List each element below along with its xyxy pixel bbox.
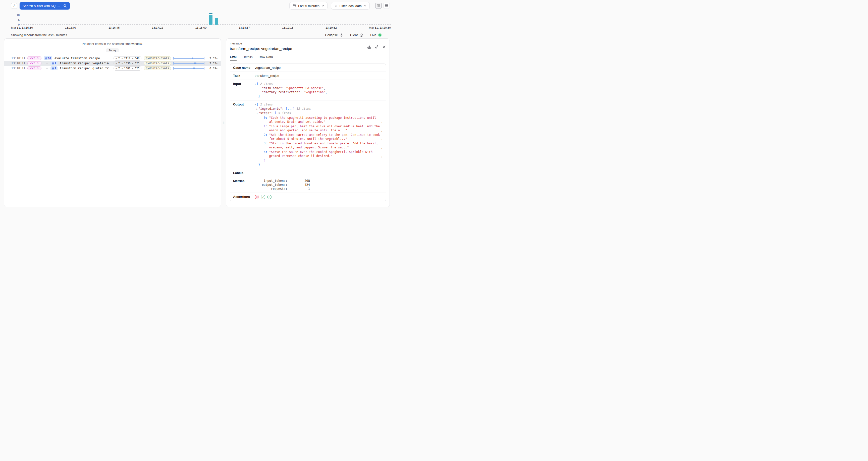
x-tick: Mar 31. 13:20:30 [369,26,391,29]
list-actions: Collapse Clear Live ✓ [325,33,382,37]
input-json-viewer[interactable]: ▾{ 2 items "dish_name": "Spaghetti Bolog… [255,82,383,98]
field-output: Output ▾{ 2 items ▸"ingredients": [...] … [230,100,386,169]
span-count: 7 [55,67,56,70]
span-count-chip[interactable]: ⊟ 16 [44,56,52,60]
tree-connector [44,66,48,71]
metric-key: input_tokens: [255,179,287,183]
chevron-down-icon [321,4,324,7]
pydantic-evals-badge[interactable]: pydantic-evals [144,66,171,70]
output-tokens-count: 323 [135,62,140,65]
span-count-chip[interactable]: ⊞ 7 [51,61,58,65]
duration-bar [173,62,205,65]
records-histogram[interactable]: 10 5 0 [3,13,391,25]
field-metrics: Metrics input_tokens: 208 output_tokens:… [230,177,386,193]
app-root: / Search & filter with SQL... Last 5 min… [0,0,394,209]
pydantic-evals-badge[interactable]: pydantic-evals [144,61,171,65]
field-label: Metrics [233,179,255,191]
evals-tag[interactable]: evals [27,61,41,65]
metric-key: output_tokens: [255,183,287,187]
assertion-pass-icon[interactable]: ✓ [261,195,265,199]
assertion-pass-icon[interactable]: ✓ [267,195,272,199]
field-labels: Labels [230,169,386,177]
histogram-bar[interactable] [209,15,213,25]
eval-fields-table: Case name vegetarian_recipe Task transfo… [230,64,386,202]
histogram-bar-cap [209,13,213,14]
evals-tag[interactable]: evals [27,66,41,70]
time-range-label: Last 5 minutes [298,4,319,8]
status-row: Showing records from the last 5 minutes … [11,33,382,37]
output-json-viewer[interactable]: ▾{ 2 items ▸"ingredients": [...] 12 item… [255,102,383,167]
histogram-bar[interactable] [215,18,218,25]
span-name: transform_recipe: vegetarian_recipe [60,62,112,65]
duration-bar [173,67,205,70]
pydantic-evals-badge[interactable]: pydantic-evals [144,56,171,60]
tree-connector [44,61,48,66]
duration-text: 7.53s [207,57,218,60]
tab-details[interactable]: Details [243,55,253,61]
span-name: transform_recipe: gluten_free_recipe [60,66,112,70]
empty-window-notice: No older items in the selected time wind… [4,42,221,46]
records-status-text: Showing records from the last 5 minutes [11,33,67,37]
trace-row-gluten-free[interactable]: 13:18:11 evals ⊞ 7 transform_recipe: glu… [4,66,221,71]
clear-button[interactable]: Clear [350,33,363,37]
tab-raw-data[interactable]: Raw Data [259,55,273,61]
filter-local-data-dropdown[interactable]: Filter local data [331,2,370,9]
field-label: Assertions [233,195,255,199]
input-tokens-count: 1082 [124,67,130,70]
collapse-button[interactable]: Collapse [325,33,343,37]
calendar-icon [292,4,296,7]
x-tick: 13:16:45 [108,26,120,29]
detail-panel: message transform_recipe: vegetarian_rec… [226,38,390,207]
evals-tag[interactable]: evals [27,56,41,60]
archive-icon[interactable] [367,43,371,51]
record-kind: message [230,42,367,45]
field-case-name: Case name vegetarian_recipe [230,64,386,72]
top-bar-right: Last 5 minutes Filter local data [289,2,390,9]
live-status-icon: ✓ [378,33,382,37]
view-toggle-list-button[interactable] [383,3,390,9]
zero-baseline [21,24,391,25]
output-tokens-arrow-icon: ↘ [132,57,134,60]
assertion-fail-icon[interactable]: ✕ [255,195,259,199]
tab-eval[interactable]: Eval [230,55,237,61]
slash-shortcut-button[interactable]: / [11,3,17,9]
main-content: No older items in the selected time wind… [0,37,394,209]
y-tick: 5 [10,18,20,21]
trace-row-vegetarian[interactable]: 13:18:11 evals ⊞ 7 transform_recipe: veg… [4,61,221,66]
output-tokens-count: 325 [135,67,140,70]
output-tokens-arrow-icon: ↘ [132,67,134,70]
metric-value: 208 [287,179,310,183]
view-toggle-tree-button[interactable] [375,3,382,9]
x-tick: Mar 31. 13:15:30 [11,26,33,29]
x-axis: Mar 31. 13:15:30 13:16:07 13:16:45 13:17… [11,26,391,29]
x-tick: 13:19:15 [282,26,293,29]
trace-row-evaluate[interactable]: 13:18:11 evals ⊟ 16 evaluate transform_r… [4,56,221,61]
x-tick: 13:18:00 [195,26,207,29]
field-label: Input [233,82,255,98]
token-stats-chip: ⌀ Σ ↗ 1082 ↘ 325 [114,66,142,70]
sum-icon: Σ [118,62,120,65]
span-count: 16 [48,57,51,60]
token-stats-chip: ⌀ Σ ↗ 1030 ↘ 323 [114,61,142,65]
input-tokens-arrow-icon: ↗ [121,57,123,60]
splitter-grip-icon[interactable]: ⠿ [222,121,224,125]
link-icon[interactable] [375,43,379,51]
close-icon[interactable] [382,43,386,51]
panel-splitter[interactable]: ⠿ [221,38,226,207]
sum-icon: Σ [118,57,120,60]
token-stats-chip: ⌀ Σ ↗ 2112 ↘ 648 [114,56,142,61]
collapse-icon [340,33,343,37]
clear-circle-x-icon [360,33,363,37]
span-count-chip[interactable]: ⊞ 7 [51,66,58,70]
clear-label: Clear [350,33,358,37]
live-toggle[interactable]: Live ✓ [370,33,382,37]
sum-icon: Σ [118,67,120,70]
sql-search-button[interactable]: Search & filter with SQL... [20,2,70,9]
x-tick: 13:17:22 [152,26,163,29]
list-view-icon [385,4,388,7]
detail-body: Case name vegetarian_recipe Task transfo… [226,61,390,207]
time-range-dropdown[interactable]: Last 5 minutes [289,2,328,9]
null-count-icon: ⌀ [116,67,117,70]
span-count: 7 [55,62,56,65]
detail-tabs: Eval Details Raw Data [226,51,390,61]
